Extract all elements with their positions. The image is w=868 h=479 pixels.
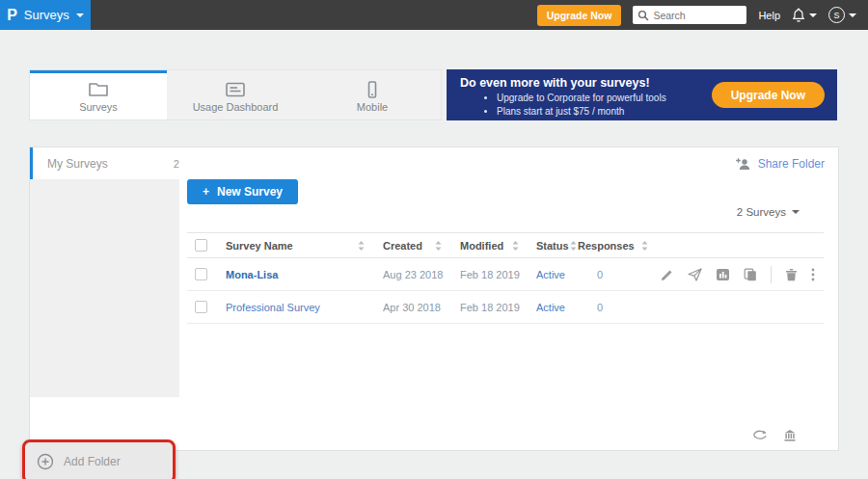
sort-icon[interactable] xyxy=(511,240,520,252)
search-icon xyxy=(637,10,649,21)
chevron-down-icon xyxy=(76,13,84,17)
product-menu-label: Surveys xyxy=(24,8,69,22)
bell-icon xyxy=(792,8,805,22)
column-label: Modified xyxy=(460,240,503,252)
person-plus-icon xyxy=(735,157,751,171)
more-options-icon[interactable] xyxy=(811,268,815,281)
sort-icon[interactable] xyxy=(569,240,578,252)
column-label: Responses xyxy=(578,240,635,252)
tab-label: Surveys xyxy=(79,101,118,113)
actions-divider xyxy=(771,266,772,283)
new-survey-label: New Survey xyxy=(217,185,283,199)
modified-cell: Feb 18 2019 xyxy=(447,302,524,313)
surveys-count-dropdown[interactable]: 2 Surveys xyxy=(737,206,800,218)
column-responses[interactable]: Responses xyxy=(578,240,655,252)
chevron-down-icon xyxy=(792,210,800,214)
responses-cell: 0 xyxy=(578,269,603,280)
column-modified[interactable]: Modified xyxy=(447,240,524,252)
row-actions xyxy=(655,266,824,283)
table-row: Mona-Lisa Aug 23 2018 Feb 18 2019 Active… xyxy=(187,258,824,291)
top-navbar: P Surveys Upgrade Now Help S xyxy=(0,0,868,30)
banner-upgrade-button[interactable]: Upgrade Now xyxy=(712,82,825,108)
folder-list[interactable] xyxy=(30,179,179,397)
surveys-table: Survey Name Created Modified Status Resp… xyxy=(187,232,824,324)
module-tabs: Surveys Usage Dashboard Mobile xyxy=(29,69,442,120)
report-icon[interactable] xyxy=(716,268,730,281)
plus-circle-icon xyxy=(37,453,54,470)
row-checkbox[interactable] xyxy=(195,301,207,313)
created-cell: Aug 23 2018 xyxy=(369,269,447,280)
dashboard-icon xyxy=(225,81,246,98)
restore-icon[interactable] xyxy=(752,429,768,442)
share-folder-button[interactable]: Share Folder xyxy=(735,157,825,171)
share-folder-label: Share Folder xyxy=(758,157,825,171)
edit-icon[interactable] xyxy=(661,268,674,281)
column-label: Created xyxy=(383,240,422,252)
plus-icon: + xyxy=(203,185,209,199)
copy-icon[interactable] xyxy=(744,268,757,281)
list-footer-tools xyxy=(752,429,797,442)
table-row: Professional Survey Apr 30 2018 Feb 18 2… xyxy=(187,291,824,324)
responses-cell: 0 xyxy=(578,302,603,313)
help-link[interactable]: Help xyxy=(758,10,780,21)
account-menu[interactable]: S xyxy=(828,7,856,23)
delete-icon[interactable] xyxy=(785,268,798,281)
survey-name-link[interactable]: Professional Survey xyxy=(226,302,320,313)
sort-icon[interactable] xyxy=(357,240,366,252)
status-link[interactable]: Active xyxy=(536,302,565,313)
folders-sidebar: Add Folder xyxy=(30,179,179,451)
folder-item-my-surveys[interactable]: My Surveys xyxy=(47,157,108,171)
chevron-down-icon xyxy=(809,13,817,17)
modified-cell: Feb 18 2019 xyxy=(447,269,524,280)
status-link[interactable]: Active xyxy=(536,269,565,280)
sort-icon[interactable] xyxy=(640,240,649,252)
upgrade-banner: Do even more with your surveys! Upgrade … xyxy=(447,69,837,120)
tab-label: Usage Dashboard xyxy=(193,101,279,113)
tab-label: Mobile xyxy=(357,101,388,113)
survey-list-area: + New Survey 2 Surveys Survey Name Creat… xyxy=(179,179,838,450)
notifications-menu[interactable] xyxy=(792,8,817,22)
surveys-panel: My Surveys 2 Share Folder Add Folder + N… xyxy=(29,146,839,451)
folder-icon xyxy=(88,81,109,98)
upgrade-now-button[interactable]: Upgrade Now xyxy=(537,5,622,26)
distribute-icon[interactable] xyxy=(688,268,702,281)
chevron-down-icon xyxy=(849,13,856,17)
survey-name-link[interactable]: Mona-Lisa xyxy=(226,269,278,280)
created-cell: Apr 30 2018 xyxy=(369,302,447,313)
tab-usage-dashboard[interactable]: Usage Dashboard xyxy=(167,70,304,120)
column-label: Survey Name xyxy=(226,240,293,252)
app-logo-icon: P xyxy=(7,7,17,24)
column-status[interactable]: Status xyxy=(524,240,578,252)
mobile-icon xyxy=(362,81,383,98)
tab-mobile[interactable]: Mobile xyxy=(304,70,441,120)
tab-surveys[interactable]: Surveys xyxy=(30,70,167,120)
folder-count-badge: 2 xyxy=(174,158,179,170)
app-menu[interactable]: P Surveys xyxy=(0,0,91,30)
column-survey-name[interactable]: Survey Name xyxy=(226,240,369,252)
add-folder-button[interactable]: Add Folder xyxy=(22,439,176,479)
select-all-checkbox[interactable] xyxy=(195,239,207,252)
active-folder-indicator xyxy=(30,147,33,179)
search-input[interactable] xyxy=(653,10,740,21)
add-folder-label: Add Folder xyxy=(64,455,121,468)
new-survey-button[interactable]: + New Survey xyxy=(187,179,298,204)
sort-icon[interactable] xyxy=(434,240,443,252)
surveys-count-label: 2 Surveys xyxy=(737,206,786,218)
avatar: S xyxy=(828,7,845,23)
column-created[interactable]: Created xyxy=(369,240,447,252)
search-box[interactable] xyxy=(633,6,746,24)
table-header-row: Survey Name Created Modified Status Resp… xyxy=(187,232,824,258)
folder-header: My Surveys 2 Share Folder xyxy=(30,147,838,179)
row-checkbox[interactable] xyxy=(195,268,207,280)
column-label: Status xyxy=(536,240,569,252)
archive-icon[interactable] xyxy=(783,429,797,442)
